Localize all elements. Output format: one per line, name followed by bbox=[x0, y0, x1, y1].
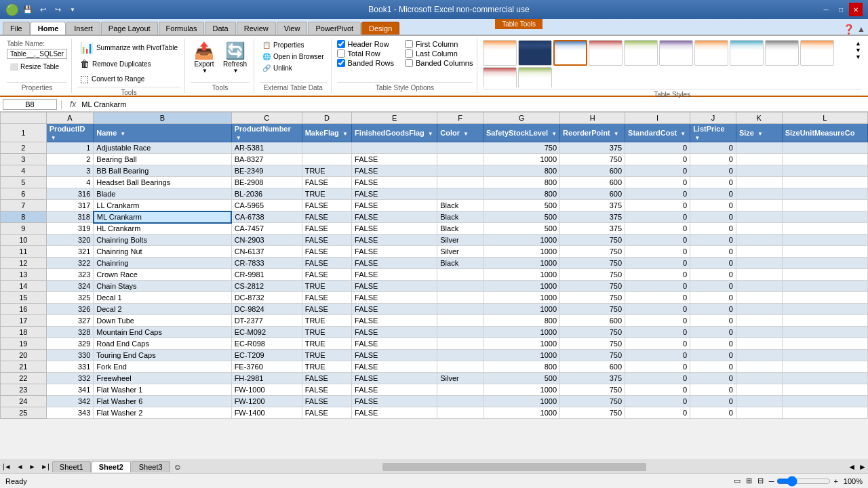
cell-safetystocklevel-20[interactable]: 1000 bbox=[484, 350, 560, 361]
table-style-purple[interactable] bbox=[659, 40, 693, 66]
cell-makeflag-11[interactable]: FALSE bbox=[302, 246, 351, 258]
cell-name-17[interactable]: Down Tube bbox=[94, 315, 231, 327]
cell-finishedgoodsflag-23[interactable]: FALSE bbox=[352, 384, 437, 396]
cell-reorderpoint-23[interactable]: 750 bbox=[560, 384, 625, 396]
header-safetystocklevel[interactable]: SafetyStockLevel ▼ bbox=[484, 124, 560, 142]
cell-standardcost-17[interactable]: 0 bbox=[625, 315, 690, 327]
cell-size-25[interactable] bbox=[736, 407, 782, 419]
cell-makeflag-9[interactable]: FALSE bbox=[302, 223, 351, 235]
cell-safetystocklevel-19[interactable]: 1000 bbox=[484, 338, 560, 350]
cell-productnumber-16[interactable]: DC-9824 bbox=[231, 304, 302, 315]
header-color[interactable]: Color ▼ bbox=[437, 124, 484, 142]
col-header-e[interactable]: E bbox=[352, 113, 437, 124]
cell-productnumber-4[interactable]: BE-2349 bbox=[231, 165, 302, 177]
cell-standardcost-25[interactable]: 0 bbox=[625, 407, 690, 419]
cell-safetystocklevel-8[interactable]: 500 bbox=[484, 211, 560, 223]
table-style-orange[interactable] bbox=[694, 40, 728, 66]
cell-makeflag-6[interactable]: TRUE bbox=[302, 188, 351, 200]
header-reorderpoint[interactable]: ReorderPoint ▼ bbox=[560, 124, 625, 142]
cell-productid-2[interactable]: 1 bbox=[46, 142, 94, 154]
cell-name-14[interactable]: Chain Stays bbox=[94, 281, 231, 292]
cell-productnumber-25[interactable]: FW-1400 bbox=[231, 407, 302, 419]
cell-sizeunit-6[interactable] bbox=[782, 188, 867, 200]
sheet-tab-1[interactable]: Sheet1 bbox=[52, 461, 91, 472]
redo-icon[interactable]: ↪ bbox=[52, 3, 64, 16]
cell-sizeunit-23[interactable] bbox=[782, 384, 867, 396]
cell-name-16[interactable]: Decal 2 bbox=[94, 304, 231, 315]
col-header-g[interactable]: G bbox=[484, 113, 560, 124]
cell-safetystocklevel-5[interactable]: 800 bbox=[484, 177, 560, 188]
header-row-checkbox[interactable] bbox=[337, 40, 345, 48]
cell-safetystocklevel-24[interactable]: 1000 bbox=[484, 396, 560, 407]
col-header-i[interactable]: I bbox=[625, 113, 690, 124]
cell-color-25[interactable] bbox=[437, 407, 484, 419]
cell-size-16[interactable] bbox=[736, 304, 782, 315]
cell-name-18[interactable]: Mountain End Caps bbox=[94, 327, 231, 338]
cell-safetystocklevel-18[interactable]: 1000 bbox=[484, 327, 560, 338]
cell-standardcost-7[interactable]: 0 bbox=[625, 200, 690, 211]
cell-productnumber-17[interactable]: DT-2377 bbox=[231, 315, 302, 327]
cell-finishedgoodsflag-16[interactable]: FALSE bbox=[352, 304, 437, 315]
col-header-a[interactable]: A bbox=[46, 113, 94, 124]
cell-finishedgoodsflag-10[interactable]: FALSE bbox=[352, 235, 437, 246]
cell-finishedgoodsflag-15[interactable]: FALSE bbox=[352, 292, 437, 304]
cell-finishedgoodsflag-6[interactable]: FALSE bbox=[352, 188, 437, 200]
col-header-d[interactable]: D bbox=[302, 113, 351, 124]
cell-size-15[interactable] bbox=[736, 292, 782, 304]
cell-productid-22[interactable]: 332 bbox=[46, 373, 94, 384]
cell-size-20[interactable] bbox=[736, 350, 782, 361]
cell-color-18[interactable] bbox=[437, 327, 484, 338]
cell-makeflag-15[interactable]: FALSE bbox=[302, 292, 351, 304]
cell-productid-13[interactable]: 323 bbox=[46, 269, 94, 281]
cell-standardcost-18[interactable]: 0 bbox=[625, 327, 690, 338]
cell-productnumber-20[interactable]: EC-T209 bbox=[231, 350, 302, 361]
cell-listprice-25[interactable]: 0 bbox=[690, 407, 736, 419]
styles-scroll[interactable]: ▲ ▼ ▼ bbox=[854, 40, 861, 60]
cell-makeflag-22[interactable]: FALSE bbox=[302, 373, 351, 384]
ribbon-tabs[interactable]: File Home Insert Page Layout Formulas Da… bbox=[0, 19, 868, 35]
cell-reorderpoint-8[interactable]: 375 bbox=[560, 211, 625, 223]
refresh-button[interactable]: 🔄 Refresh ▼ bbox=[220, 40, 250, 75]
scrollbar-thumb[interactable] bbox=[382, 463, 646, 471]
convert-to-range-button[interactable]: ⬚ Convert to Range bbox=[77, 72, 180, 85]
cell-safetystocklevel-6[interactable]: 800 bbox=[484, 188, 560, 200]
col-header-f[interactable]: F bbox=[437, 113, 484, 124]
cell-productid-24[interactable]: 342 bbox=[46, 396, 94, 407]
cell-productnumber-11[interactable]: CN-6137 bbox=[231, 246, 302, 258]
cell-finishedgoodsflag-21[interactable]: FALSE bbox=[352, 361, 437, 373]
cell-size-7[interactable] bbox=[736, 200, 782, 211]
cell-listprice-18[interactable]: 0 bbox=[690, 327, 736, 338]
cell-reorderpoint-10[interactable]: 750 bbox=[560, 235, 625, 246]
header-name[interactable]: Name ▼ bbox=[94, 124, 231, 142]
horizontal-scrollbar[interactable] bbox=[184, 463, 844, 471]
tab-page-layout[interactable]: Page Layout bbox=[101, 22, 158, 35]
cell-standardcost-19[interactable]: 0 bbox=[625, 338, 690, 350]
cell-reorderpoint-17[interactable]: 600 bbox=[560, 315, 625, 327]
cell-size-6[interactable] bbox=[736, 188, 782, 200]
cell-productnumber-2[interactable]: AR-5381 bbox=[231, 142, 302, 154]
cell-listprice-13[interactable]: 0 bbox=[690, 269, 736, 281]
col-header-c[interactable]: C bbox=[231, 113, 302, 124]
cell-color-2[interactable] bbox=[437, 142, 484, 154]
cell-listprice-7[interactable]: 0 bbox=[690, 200, 736, 211]
cell-listprice-6[interactable]: 0 bbox=[690, 188, 736, 200]
cell-safetystocklevel-13[interactable]: 1000 bbox=[484, 269, 560, 281]
quick-access-toolbar[interactable]: 🟢 💾 ↩ ↪ ▼ bbox=[5, 3, 79, 16]
cell-sizeunit-25[interactable] bbox=[782, 407, 867, 419]
col-header-b[interactable]: B bbox=[94, 113, 231, 124]
cell-productid-17[interactable]: 327 bbox=[46, 315, 94, 327]
cell-productid-3[interactable]: 2 bbox=[46, 154, 94, 165]
cell-sizeunit-13[interactable] bbox=[782, 269, 867, 281]
cell-productnumber-8[interactable]: CA-6738 bbox=[231, 211, 302, 223]
cell-safetystocklevel-22[interactable]: 500 bbox=[484, 373, 560, 384]
cell-sizeunit-22[interactable] bbox=[782, 373, 867, 384]
total-row-checkbox[interactable] bbox=[337, 49, 345, 58]
zoom-slider[interactable]: ─ + bbox=[769, 476, 838, 487]
cell-standardcost-20[interactable]: 0 bbox=[625, 350, 690, 361]
cell-reorderpoint-16[interactable]: 750 bbox=[560, 304, 625, 315]
cell-standardcost-21[interactable]: 0 bbox=[625, 361, 690, 373]
ribbon-right-icons[interactable]: ❓ ▲ bbox=[843, 24, 868, 35]
cell-size-4[interactable] bbox=[736, 165, 782, 177]
cell-listprice-16[interactable]: 0 bbox=[690, 304, 736, 315]
cell-listprice-5[interactable]: 0 bbox=[690, 177, 736, 188]
